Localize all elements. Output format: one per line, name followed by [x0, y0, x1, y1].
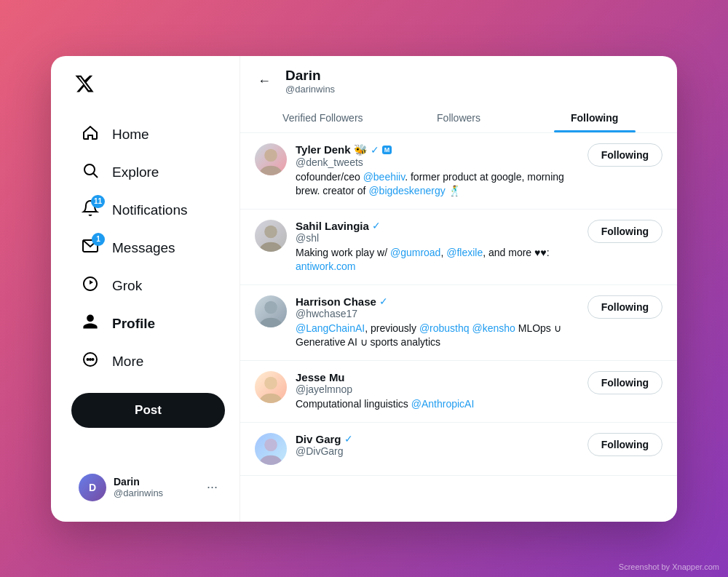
- user-name-tyler: Tyler Denk 🐝: [296, 143, 368, 156]
- following-button-harrison[interactable]: Following: [587, 295, 662, 319]
- user-bio-sahil: Making work play w/ @gumroad, @flexile, …: [296, 246, 579, 274]
- mention: @kensho: [472, 322, 515, 334]
- following-button-tyler[interactable]: Following: [587, 143, 662, 167]
- mention: @LangChainAI: [296, 322, 365, 334]
- sidebar-item-more[interactable]: More: [71, 343, 225, 380]
- user-bio-harrison: @LangChainAI, previously @robusthq @kens…: [296, 322, 579, 350]
- user-handle-jesse: @jayelmnop: [296, 383, 579, 395]
- sidebar-item-notifications[interactable]: 11 Notifications: [71, 192, 225, 228]
- following-button-div[interactable]: Following: [587, 433, 662, 456]
- user-top-sahil: Sahil Lavingia ✓: [296, 220, 579, 232]
- user-top-div: Div Garg ✓: [296, 433, 579, 445]
- mention: @bigdeskenergy: [368, 185, 445, 196]
- svg-point-11: [264, 301, 277, 314]
- user-content-div: Div Garg ✓ @DivGarg: [296, 433, 579, 457]
- sidebar-item-profile[interactable]: Profile: [71, 306, 225, 342]
- header-top: ← Darin @darinwins: [255, 68, 662, 95]
- user-profile-bottom[interactable]: D Darin @darinwins ···: [71, 468, 225, 507]
- tab-followers[interactable]: Followers: [391, 103, 527, 132]
- svg-point-14: [260, 394, 282, 403]
- header-profile-handle: @darinwins: [285, 84, 335, 95]
- sidebar-item-messages[interactable]: 1 Messages: [71, 230, 225, 266]
- mention: @robusthq: [419, 322, 470, 334]
- person-icon: [80, 313, 100, 335]
- svg-point-7: [264, 148, 277, 162]
- user-name-jesse: Jesse Mu: [296, 371, 345, 383]
- sidebar-item-label-profile: Profile: [112, 316, 155, 332]
- svg-point-10: [260, 242, 282, 251]
- user-name-harrison: Harrison Chase: [296, 295, 376, 308]
- user-handle-div: @DivGarg: [296, 445, 579, 457]
- user-avatar: D: [79, 474, 106, 501]
- avatar-div: [255, 433, 287, 465]
- sidebar-item-label-more: More: [112, 354, 143, 370]
- svg-point-0: [84, 164, 95, 175]
- messages-badge: 1: [92, 233, 105, 246]
- mail-icon: 1: [80, 237, 100, 259]
- user-menu-dots[interactable]: ···: [207, 479, 218, 495]
- mention: @beehiiv: [363, 171, 405, 183]
- sidebar: Home Explore 11 Notifications: [51, 56, 240, 522]
- svg-point-4: [87, 359, 89, 360]
- svg-point-13: [264, 377, 277, 390]
- user-handle-harrison: @hwchase17: [296, 308, 579, 319]
- main-card: Home Explore 11 Notifications: [51, 56, 677, 522]
- sidebar-item-home[interactable]: Home: [71, 116, 225, 153]
- following-button-sahil[interactable]: Following: [587, 220, 662, 243]
- svg-point-16: [260, 455, 282, 464]
- tabs: Verified Followers Followers Following: [255, 103, 662, 132]
- user-bio-jesse: Computational linguistics @AnthropicAI: [296, 397, 579, 412]
- avatar-tyler: [255, 143, 287, 175]
- list-item: Jesse Mu @jayelmnop Computational lingui…: [240, 361, 677, 423]
- back-button[interactable]: ←: [255, 71, 274, 92]
- header-profile-name: Darin: [285, 68, 335, 84]
- notifications-badge: 11: [91, 195, 105, 208]
- bell-icon: 11: [80, 199, 100, 221]
- user-bio-tyler: cofounder/ceo @beehiiv. former product a…: [296, 170, 579, 199]
- user-content-sahil: Sahil Lavingia ✓ @shl Making work play w…: [296, 220, 579, 274]
- sidebar-item-label-grok: Grok: [112, 278, 142, 294]
- tab-verified-followers[interactable]: Verified Followers: [255, 103, 391, 132]
- user-name-div: Div Garg: [296, 433, 341, 445]
- user-content-jesse: Jesse Mu @jayelmnop Computational lingui…: [296, 371, 579, 412]
- user-handle: @darinwins: [114, 488, 199, 498]
- avatar-jesse: [255, 371, 287, 403]
- verified-icon-harrison: ✓: [379, 295, 388, 307]
- user-display-name: Darin: [114, 476, 199, 488]
- mention: @gumroad: [390, 247, 440, 258]
- svg-line-1: [94, 173, 98, 178]
- user-top-tyler: Tyler Denk 🐝 ✓ M: [296, 143, 579, 156]
- main-header: ← Darin @darinwins Verified Followers Fo…: [240, 56, 677, 133]
- app-logo: [71, 73, 225, 99]
- svg-point-5: [90, 359, 91, 360]
- user-name-sahil: Sahil Lavingia: [296, 220, 369, 232]
- list-item: Tyler Denk 🐝 ✓ M @denk_tweets cofounder/…: [240, 133, 677, 210]
- avatar-harrison: [255, 295, 287, 327]
- list-item: Sahil Lavingia ✓ @shl Making work play w…: [240, 210, 677, 285]
- avatar-sahil: [255, 220, 287, 252]
- svg-point-15: [264, 438, 277, 451]
- user-top-jesse: Jesse Mu: [296, 371, 579, 383]
- sidebar-item-grok[interactable]: Grok: [71, 268, 225, 304]
- sidebar-item-label-explore: Explore: [112, 164, 159, 180]
- more-icon: [80, 351, 100, 373]
- badge-icon-tyler: M: [382, 146, 392, 154]
- user-info: Darin @darinwins: [114, 476, 199, 498]
- header-title: Darin @darinwins: [285, 68, 335, 95]
- list-item: Harrison Chase ✓ @hwchase17 @LangChainAI…: [240, 285, 677, 361]
- post-button[interactable]: Post: [71, 393, 225, 428]
- sidebar-item-label-home: Home: [112, 127, 149, 143]
- following-list: Tyler Denk 🐝 ✓ M @denk_tweets cofounder/…: [240, 133, 677, 522]
- user-content-tyler: Tyler Denk 🐝 ✓ M @denk_tweets cofounder/…: [296, 143, 579, 199]
- watermark: Screenshot by Xnapper.com: [619, 562, 719, 571]
- user-content-harrison: Harrison Chase ✓ @hwchase17 @LangChainAI…: [296, 295, 579, 350]
- list-item: Div Garg ✓ @DivGarg Following: [240, 423, 677, 476]
- svg-point-6: [92, 359, 94, 360]
- tab-following[interactable]: Following: [526, 103, 662, 132]
- svg-point-8: [260, 165, 282, 175]
- mention: antiwork.com: [296, 260, 355, 272]
- following-button-jesse[interactable]: Following: [587, 371, 662, 394]
- mention: @flexile: [446, 247, 483, 258]
- search-icon: [80, 162, 100, 183]
- sidebar-item-explore[interactable]: Explore: [71, 154, 225, 191]
